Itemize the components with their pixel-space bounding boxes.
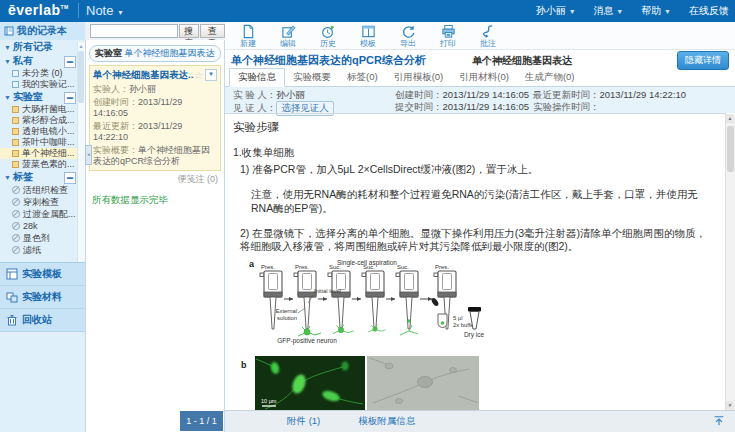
tag-icon: [12, 246, 20, 254]
scroll-down-icon[interactable]: ▼: [726, 401, 734, 410]
print-button[interactable]: 打印: [435, 24, 461, 48]
history-clock-icon: [321, 24, 336, 39]
search-input[interactable]: [90, 24, 178, 38]
svg-text:Dry ice: Dry ice: [464, 331, 485, 339]
svg-text:Suc.: Suc.: [329, 264, 341, 270]
section-menu-button[interactable]: ▬: [64, 92, 76, 104]
scrollbar-thumb[interactable]: [727, 126, 734, 172]
tab-experiment-summary[interactable]: 实验概要: [285, 69, 339, 86]
experiment-card[interactable]: ☆ ▼ 单个神经细胞基因表达... 实验人：孙小丽 创建时间：2013/11/2…: [89, 65, 221, 171]
my-notebook-label: 我的记录本: [17, 24, 67, 38]
sidebar-tag-puncture[interactable]: 穿刺检查: [0, 196, 85, 208]
all-data-loaded-text: 所有数据显示完毕: [92, 194, 218, 207]
card-menu-button[interactable]: ▼: [205, 69, 217, 81]
tag-icon: [12, 198, 20, 206]
help-menu[interactable]: 帮助 ▼: [641, 4, 671, 18]
template-button[interactable]: 模板: [355, 24, 381, 48]
collapse-to-top-icon[interactable]: [713, 415, 725, 429]
tab-ref-materials[interactable]: 引用材料(0): [451, 69, 517, 86]
user-menu[interactable]: 孙小丽 ▼: [536, 4, 576, 18]
tag-icon: [12, 210, 20, 218]
step-2-text: 2) 在显微镜下，选择分离的单个细胞。显微下操作利用压力(3毫升注射器)清除单个…: [233, 227, 712, 253]
steps-section-title: 实验步骤: [233, 120, 726, 135]
svg-text:b: b: [241, 360, 247, 370]
logo-tm: TM: [61, 4, 69, 10]
view-button[interactable]: 查看 ▼: [200, 24, 225, 38]
sidebar-item-materials[interactable]: 实验材料: [0, 286, 85, 309]
search-button[interactable]: 搜索: [179, 24, 199, 38]
sidebar-item-recycle-bin[interactable]: 回收站: [0, 309, 85, 332]
notebook-icon: [12, 81, 19, 88]
figure-a-aspiration-diagram: a Single-cell aspiration Pres. Pres. Suc…: [247, 257, 497, 354]
sidebar-item-tea-caffeine[interactable]: 茶叶中咖啡... (2): [0, 137, 85, 148]
tab-products[interactable]: 生成产物(0): [517, 69, 583, 86]
feedback-link[interactable]: 在线反馈: [689, 4, 729, 18]
card-tools: ☆ ▼: [194, 69, 217, 81]
sidebar-tag-transition-metal[interactable]: 过渡金属配...: [0, 208, 85, 220]
scroll-up-icon[interactable]: ▲: [726, 114, 734, 123]
scrollbar-thumb[interactable]: [78, 51, 84, 103]
figure-b-microscopy-images: b 10 µm: [239, 356, 481, 410]
sidebar-item-taxol[interactable]: 紫杉醇合成... (7): [0, 115, 85, 126]
sidebar-tag-chromogenic[interactable]: 显色剂: [0, 232, 85, 244]
sidebar-item-ecoli[interactable]: 大肠杆菌电... (5): [0, 104, 85, 115]
svg-text:5 µl: 5 µl: [453, 315, 462, 321]
experiment-toolbar: 新建 编辑 历史 模板 导出 打印 批注: [225, 22, 735, 50]
sidebar-tag-biopsy[interactable]: 活组织检查: [0, 184, 85, 196]
messages-menu[interactable]: 消息 ▼: [594, 4, 624, 18]
section-menu-button[interactable]: ▬: [64, 172, 76, 184]
product-name[interactable]: Note ▼: [86, 3, 124, 18]
my-notebook-tab[interactable]: 我的记录本: [0, 22, 85, 40]
content-scrollbar[interactable]: ▲ ▼: [725, 114, 735, 410]
detail-tabs: 实验信息 实验概要 标签(0) 引用模板(0) 引用材料(0) 生成产物(0): [225, 70, 735, 87]
sidebar-item-uncategorized[interactable]: 未分类 (0): [0, 68, 85, 79]
sidebar-tag-filter-paper[interactable]: 滤纸: [0, 244, 85, 256]
annotate-button[interactable]: 批注: [475, 24, 501, 48]
notebook-icon: [12, 128, 19, 135]
sidebar-section-tags[interactable]: ▼标签▬: [0, 170, 85, 184]
dic-image: [367, 356, 479, 410]
attachments-link[interactable]: 附件 (1): [287, 415, 320, 428]
sticky-note-link[interactable]: 便笺注 (0): [92, 173, 218, 186]
card-title[interactable]: 单个神经细胞基因表达...: [93, 69, 194, 82]
breadcrumb[interactable]: 实验室 单个神经细胞基因表达: [89, 45, 221, 62]
export-button[interactable]: 导出: [395, 24, 421, 48]
hide-details-button[interactable]: 隐藏详情: [677, 51, 729, 70]
card-updated: 最近更新：2013/11/29 14:22:10: [93, 121, 217, 143]
triangle-down-icon: ▼: [4, 58, 11, 65]
sidebar-item-templates[interactable]: 实验模板: [0, 263, 85, 286]
card-owner: 实验人：孙小丽: [93, 84, 217, 95]
tab-tags[interactable]: 标签(0): [339, 69, 386, 86]
experiment-content[interactable]: 实验步骤 1.收集单细胞 1) 准备PCR管，加入5μL 2×CellsDire…: [225, 113, 726, 410]
notebook-icon: [4, 26, 14, 36]
sidebar-all-records[interactable]: ▼所有记录: [0, 40, 85, 54]
new-button[interactable]: 新建: [235, 24, 261, 48]
splitter-collapse-handle[interactable]: ◂: [85, 145, 92, 165]
sidebar-section-lab[interactable]: ▼实验室▬: [0, 90, 85, 104]
template-info-link[interactable]: 模板附属信息: [358, 415, 415, 428]
tag-icon: [12, 222, 20, 230]
sidebar-section-private[interactable]: ▼私有▬: [0, 54, 85, 68]
tab-ref-templates[interactable]: 引用模板(0): [386, 69, 452, 86]
history-button[interactable]: 历史: [315, 24, 341, 48]
chevron-down-icon: ▼: [664, 8, 671, 15]
trash-icon: [6, 314, 18, 326]
svg-text:Pres.: Pres.: [295, 264, 309, 270]
notebook-icon: [12, 139, 19, 146]
tab-experiment-info[interactable]: 实验信息: [229, 68, 285, 87]
sidebar-item-tem[interactable]: 透射电镜小... (0): [0, 126, 85, 137]
sidebar-item-my-records[interactable]: 我的实验记... (1): [0, 79, 85, 90]
sidebar-scrollbar[interactable]: ▲ ▼: [77, 42, 85, 298]
edit-pencil-icon: [281, 24, 296, 39]
section-menu-button[interactable]: ▬: [64, 56, 76, 68]
star-icon[interactable]: ☆: [194, 70, 203, 81]
edit-button[interactable]: 编辑: [275, 24, 301, 48]
chevron-down-icon: ▼: [569, 8, 576, 15]
scroll-up-icon[interactable]: ▲: [78, 43, 84, 49]
sidebar-item-single-neuron[interactable]: 单个神经细... (1): [0, 148, 85, 159]
pagination[interactable]: 1 - 1 / 1: [180, 411, 223, 431]
notebook-icon: [12, 161, 19, 168]
sidebar-item-spinach-pigment[interactable]: 菠菜色素的... (1): [0, 159, 85, 170]
sidebar-bottom: 实验模板 实验材料 回收站: [0, 262, 85, 332]
sidebar-tag-28k[interactable]: 28k: [0, 220, 85, 232]
